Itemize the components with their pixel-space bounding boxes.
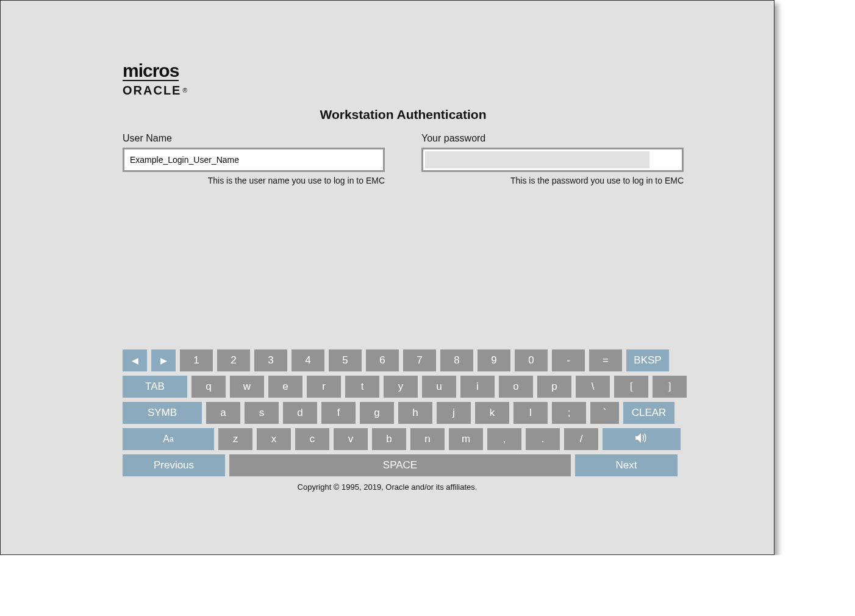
key-8[interactable]: 8 [440,349,473,371]
key-2[interactable]: 2 [217,349,250,371]
key-d[interactable]: d [283,402,317,424]
key-y[interactable]: y [384,376,418,398]
key-previous[interactable]: Previous [123,454,225,476]
key-v[interactable]: v [334,428,368,450]
key-p[interactable]: p [537,376,571,398]
password-help: This is the password you use to log in t… [421,176,684,185]
key-shift[interactable]: Aa [123,428,214,450]
key-z[interactable]: z [218,428,252,450]
key-arrow-right[interactable]: ▶ [151,349,176,371]
username-help: This is the user name you use to log in … [123,176,385,185]
key-i[interactable]: i [460,376,495,398]
key-q[interactable]: q [191,376,226,398]
key-3[interactable]: 3 [254,349,287,371]
key-period[interactable]: . [526,428,560,450]
brand-logo: micros ORACLE ® [123,62,684,98]
key-tab[interactable]: TAB [123,376,187,398]
key-symb[interactable]: SYMB [123,402,202,424]
key-x[interactable]: x [257,428,291,450]
key-e[interactable]: e [268,376,302,398]
page-title: Workstation Authentication [123,107,684,122]
username-field-group: User Name This is the user name you use … [123,133,385,185]
key-g[interactable]: g [360,402,394,424]
username-label: User Name [123,133,385,144]
key-a[interactable]: a [206,402,240,424]
password-input-wrap[interactable] [421,148,684,172]
key-l[interactable]: l [513,402,548,424]
logo-top: micros [123,62,179,81]
onscreen-keyboard: ◀ ▶ 1 2 3 4 5 6 7 8 9 0 - = BKSP TAB q w… [123,349,678,481]
key-backspace[interactable]: BKSP [626,349,669,371]
registered-mark: ® [182,87,187,94]
key-o[interactable]: o [499,376,533,398]
key-k[interactable]: k [475,402,509,424]
key-sound[interactable] [603,428,681,450]
username-input-wrap[interactable] [123,148,385,172]
sound-icon [635,432,648,446]
password-input[interactable] [425,151,649,168]
copyright-text: Copyright © 1995, 2019, Oracle and/or it… [1,482,774,492]
key-m[interactable]: m [449,428,483,450]
key-arrow-left[interactable]: ◀ [123,349,147,371]
logo-bottom: ORACLE [123,84,181,98]
password-field-group: Your password This is the password you u… [421,133,684,185]
key-semicolon[interactable]: ; [552,402,586,424]
key-6[interactable]: 6 [366,349,399,371]
key-equals[interactable]: = [589,349,622,371]
key-b[interactable]: b [372,428,406,450]
key-dash[interactable]: - [552,349,585,371]
key-9[interactable]: 9 [478,349,510,371]
key-c[interactable]: c [295,428,329,450]
key-5[interactable]: 5 [329,349,362,371]
key-f[interactable]: f [321,402,356,424]
password-label: Your password [421,133,684,144]
key-slash[interactable]: / [564,428,598,450]
key-clear[interactable]: CLEAR [623,402,674,424]
key-j[interactable]: j [437,402,471,424]
key-n[interactable]: n [410,428,445,450]
auth-window: micros ORACLE ® Workstation Authenticati… [0,0,775,555]
key-w[interactable]: w [230,376,264,398]
key-h[interactable]: h [398,402,432,424]
key-r[interactable]: r [307,376,341,398]
password-reveal-area[interactable] [649,151,680,168]
key-t[interactable]: t [345,376,379,398]
key-backslash[interactable]: \ [576,376,610,398]
key-comma[interactable]: , [487,428,521,450]
key-backtick[interactable]: ` [590,402,619,424]
key-7[interactable]: 7 [403,349,436,371]
username-input[interactable] [126,151,381,168]
key-next[interactable]: Next [575,454,678,476]
key-4[interactable]: 4 [292,349,324,371]
key-0[interactable]: 0 [515,349,548,371]
key-u[interactable]: u [422,376,456,398]
key-bracket-open[interactable]: [ [614,376,648,398]
key-bracket-close[interactable]: ] [653,376,687,398]
key-s[interactable]: s [245,402,279,424]
key-1[interactable]: 1 [180,349,213,371]
key-space[interactable]: SPACE [229,454,571,476]
